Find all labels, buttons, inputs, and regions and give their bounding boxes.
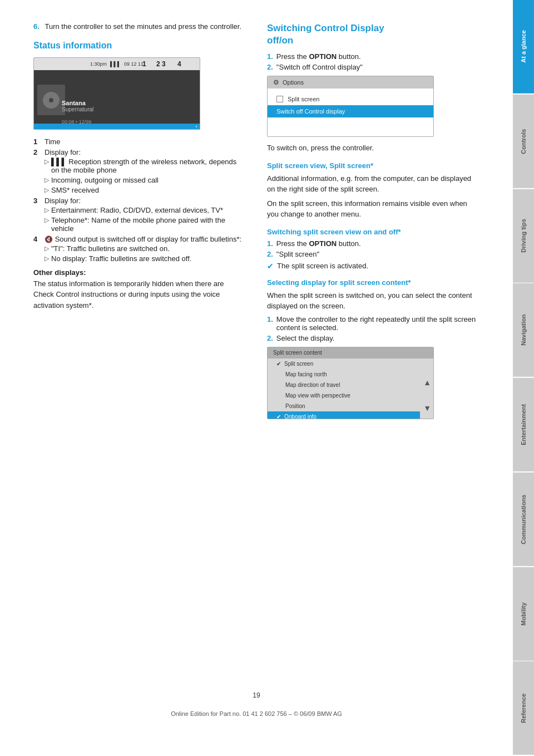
split-step-1-num: 1. <box>267 239 273 248</box>
item-2-b1-text: Reception strength of the wireless netwo… <box>51 158 236 174</box>
split-content-header-text: Split screen content <box>273 350 322 356</box>
switching-control-steps: 1. Press the OPTION button. 2. "Switch o… <box>267 52 478 71</box>
split-step-2-num: 2. <box>267 250 273 258</box>
status-section: Status information 1:30pm ▌▌▌ 09 12 11 1… <box>33 41 245 311</box>
split-item-0: ✔ Split screen <box>268 359 420 369</box>
screen-label-23: 2 3 <box>156 60 166 68</box>
down-arrow-icon: ▼ <box>423 404 431 413</box>
screen-label-1: 1 <box>142 60 146 68</box>
split-step-2-row: 2. "Split screen" <box>267 250 478 258</box>
item-2-bullets: ▷ ▌▌▌ Reception strength of the wireless… <box>44 158 245 194</box>
other-displays-text: The status information is temporarily hi… <box>33 279 224 310</box>
page-container: 6. Turn the controller to set the minute… <box>0 0 534 756</box>
options-split-screen-row: Split screen <box>268 93 433 105</box>
split-item-5: ✔ Onboard info <box>268 411 420 419</box>
option-bold-2: OPTION <box>309 239 337 248</box>
sidebar-tab-mobility[interactable]: Mobility <box>513 567 534 661</box>
split-content-items-wrapper: ✔ Split screen Map facing north Map dire… <box>268 359 433 419</box>
sidebar-tab-driving-tips[interactable]: Driving tips <box>513 189 534 283</box>
split-content-image: Split screen content ✔ Split screen Map … <box>267 347 434 419</box>
right-column: Switching Control Display off/on 1. Pres… <box>267 22 478 691</box>
sidebar-tab-entertainment[interactable]: Entertainment <box>513 378 534 472</box>
left-column: 6. Turn the controller to set the minute… <box>33 22 245 691</box>
split-confirm-row: ✔ The split screen is activated. <box>267 262 478 271</box>
select-step-1-text: Move the controller to the right repeate… <box>276 315 478 332</box>
item-4-b1-text: "TI": Traffic bulletins are switched on. <box>51 244 170 253</box>
selecting-display-desc: When the split screen is switched on, yo… <box>267 290 478 312</box>
screen-label-4: 4 <box>177 60 181 68</box>
option-bold-1: OPTION <box>309 52 337 61</box>
status-screen-image: 1:30pm ▌▌▌ 09 12 11 1 2 3 4 <box>33 57 200 130</box>
screen-main-area: Santana Supernatural 00:08 • 12/99 + <box>34 70 200 129</box>
options-split-label: Split screen <box>288 96 319 102</box>
select-step-2-row: 2. Select the display. <box>267 334 478 342</box>
page-footer: Online Edition for Part no. 01 41 2 602 … <box>33 710 479 723</box>
item-3-bullet-2: ▷ Telephone*: Name of the mobile phone p… <box>44 216 245 233</box>
step-2-row: 2. "Switch off Control display" <box>267 63 478 71</box>
split-screen-title: Split screen view, Split screen* <box>267 161 478 170</box>
screen-album: Supernatural <box>62 106 200 112</box>
arrow-icon-4: ▷ <box>44 207 49 214</box>
split-step-2-text: "Split screen" <box>276 250 319 258</box>
screen-date-display: 09 12 11 <box>124 61 144 67</box>
split-screen-checkbox <box>276 96 283 102</box>
arrow-icon-1: ▷ <box>44 158 49 174</box>
step-1-num: 1. <box>267 52 273 61</box>
arrow-icon-3: ▷ <box>44 186 49 194</box>
options-image: ⚙ Options Split screen Switch off Contro… <box>267 76 434 137</box>
sidebar: At a glance Controls Driving tips Naviga… <box>513 0 534 756</box>
item-2-b2-text: Incoming, outgoing or missed call <box>51 176 159 184</box>
step-1-text: Press the OPTION button. <box>276 52 361 61</box>
options-switch-off-row: Switch off Control display <box>268 105 433 117</box>
selecting-display-title: Selecting display for split screen conte… <box>267 278 478 287</box>
item-3-num: 3 <box>33 197 40 205</box>
sidebar-tab-reference[interactable]: Reference <box>513 661 534 755</box>
status-item-4: 4 🔇 Sound output is switched off or disp… <box>33 235 245 243</box>
item-2-label: Display for: <box>44 148 81 156</box>
split-screen-desc2: On the split screen, this information re… <box>267 198 478 220</box>
page-number: 19 <box>33 691 479 699</box>
split-check-0: ✔ <box>276 361 281 367</box>
arrow-icon-6: ▷ <box>44 245 49 253</box>
screen-bottom-bar: + <box>34 124 200 129</box>
split-content-items: ✔ Split screen Map facing north Map dire… <box>268 359 420 419</box>
sidebar-tab-controls[interactable]: Controls <box>513 95 534 188</box>
mute-icon: 🔇 <box>44 235 53 243</box>
nav-arrows: ▲ ▼ <box>423 378 433 413</box>
main-content: 6. Turn the controller to set the minute… <box>0 0 513 756</box>
options-switch-off-label: Switch off Control display <box>276 108 345 115</box>
screen-artist: Santana <box>62 100 200 106</box>
screen-signal-display: ▌▌▌ <box>110 61 121 67</box>
status-item-1: 1 Time <box>33 138 245 146</box>
sidebar-tab-navigation[interactable]: Navigation <box>513 283 534 377</box>
status-items-list: 1 Time 2 Display for: ▷ ▌▌▌ <box>33 138 245 311</box>
item-1-num: 1 <box>33 138 40 146</box>
split-step-1-text: Press the OPTION button. <box>276 239 361 248</box>
item-4-bullets: ▷ "TI": Traffic bulletins are switched o… <box>44 244 245 263</box>
signal-icon: ▌▌▌ <box>51 158 67 166</box>
screen-top-bar: 1:30pm ▌▌▌ 09 12 11 <box>34 58 200 70</box>
up-arrow-icon: ▲ <box>423 378 431 387</box>
split-content-header: Split screen content <box>268 347 433 359</box>
screen-bottom-icon: + <box>195 125 197 129</box>
sidebar-tab-communications[interactable]: Communications <box>513 473 534 566</box>
select-step-2-num: 2. <box>267 334 273 342</box>
item-3-b2-text: Telephone*: Name of the mobile phone pai… <box>51 216 245 233</box>
switching-control-title: Switching Control Display off/on <box>267 22 478 47</box>
item-4-num: 4 <box>33 235 40 243</box>
checkmark-flag-icon: ✔ <box>267 262 274 271</box>
split-step-1-row: 1. Press the OPTION button. <box>267 239 478 248</box>
status-item-3: 3 Display for: <box>33 197 245 205</box>
options-header-text: Options <box>283 79 304 86</box>
disc-center <box>49 98 53 102</box>
select-step-2-text: Select the display. <box>276 334 335 342</box>
options-spacer <box>268 89 433 93</box>
screen-time-display: 1:30pm <box>90 61 107 67</box>
item-4-b2-text: No display: Traffic bulletins are switch… <box>51 254 191 263</box>
item-2-bullet-text-1: ▌▌▌ Reception strength of the wireless n… <box>51 158 245 174</box>
other-displays-block: Other displays: The status information i… <box>33 267 245 311</box>
sidebar-tab-at-a-glance[interactable]: At a glance <box>513 0 534 94</box>
arrow-icon-5: ▷ <box>44 217 49 233</box>
split-item-1: Map facing north <box>268 369 420 380</box>
split-item-2: Map direction of travel <box>268 380 420 390</box>
